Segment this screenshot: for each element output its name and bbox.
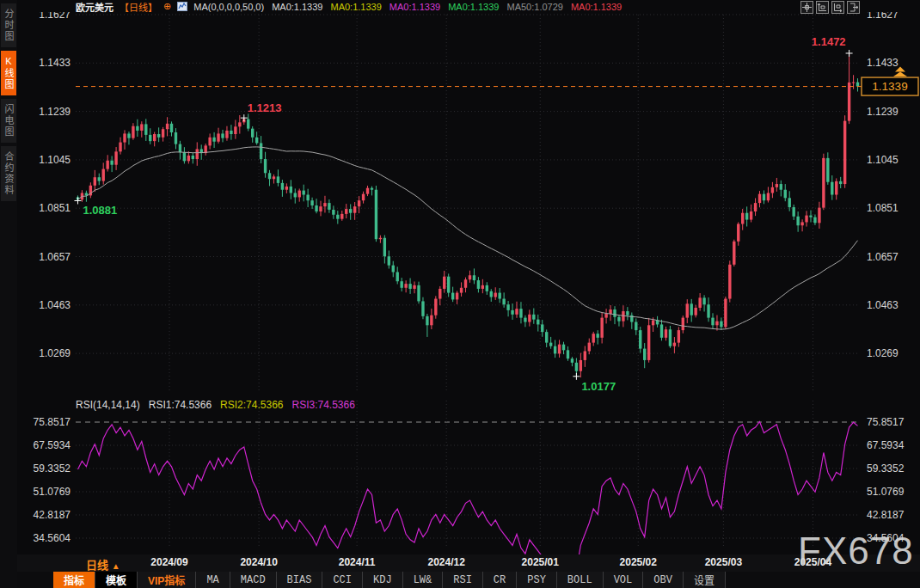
rsi-axis-label-left: 59.3352 xyxy=(34,462,71,475)
price-annotation: 1.0177 xyxy=(573,373,616,393)
current-price-tag[interactable]: 1.1339 xyxy=(862,77,918,95)
price-axis-label-left: 1.1433 xyxy=(39,57,71,69)
toolbar-item-1[interactable]: 指标 xyxy=(53,572,95,588)
x-axis-label: 2024/10 xyxy=(231,556,286,568)
svg-text:1.1339: 1.1339 xyxy=(872,80,907,93)
toolbar-item-6[interactable]: BIAS xyxy=(276,572,322,588)
rsi-value-label: RSI1:74.5366 xyxy=(149,399,212,411)
sidebar-tab-1[interactable]: 分时图 xyxy=(1,3,16,47)
rsi-axis-label-left: 75.8517 xyxy=(34,416,71,428)
ma-value-label: MA0:1.1339 xyxy=(330,2,381,12)
left-sidebar: 分时图K线图闪电图合约资料 xyxy=(0,0,17,588)
x-axis-label: 2024/09 xyxy=(142,556,197,568)
toolbar-item-5[interactable]: MACD xyxy=(230,572,276,588)
interval-selector[interactable]: 日线 ▲ xyxy=(86,556,120,573)
toolbar-item-2[interactable]: 模板 xyxy=(95,572,137,588)
toolbar-item-7[interactable]: CCI xyxy=(322,572,362,588)
ma-value-label: MA(0,0,0,0,50,0) xyxy=(193,2,264,12)
rsi-axis-label-right: 51.0769 xyxy=(867,486,905,498)
toolbar-item-15[interactable]: OBV xyxy=(642,572,683,588)
rsi-axis-label-left: 34.5604 xyxy=(34,532,71,544)
toolbar-item-10[interactable]: RSI xyxy=(442,572,482,588)
price-axis-label-right: 1.0463 xyxy=(867,299,899,311)
ma-value-label: MA50:1.0729 xyxy=(506,2,562,12)
price-annotation: 1.0881 xyxy=(74,197,117,217)
rsi-axis-label-right: 67.5934 xyxy=(867,439,905,451)
candles-layer xyxy=(77,53,859,377)
interval-label: 【日线】 xyxy=(120,0,157,14)
toolbar-item-9[interactable]: LW& xyxy=(402,572,443,588)
ma-value-label: MA0:1.1339 xyxy=(571,2,622,12)
crosshair-icon[interactable] xyxy=(800,1,813,14)
time-axis: 2024/092024/102024/112024/122025/012025/… xyxy=(17,554,920,572)
rsi-indicator-values: RSI(14,14,14)RSI1:74.5366RSI2:74.5366RSI… xyxy=(76,399,364,411)
chart-application-window: 分时图K线图闪电图合约资料 欧元美元 【日线】 ⊕ MA(0,0,0,0,50,… xyxy=(0,0,920,588)
symbol-name: 欧元美元 xyxy=(76,0,113,14)
mini-chart-icon[interactable] xyxy=(177,2,187,11)
chevron-up-icon: ▲ xyxy=(112,561,120,571)
x-axis-label: 2024/12 xyxy=(419,556,474,568)
svg-text:1.1213: 1.1213 xyxy=(248,101,282,114)
rsi-axis-label-right: 34.5604 xyxy=(867,532,905,544)
sidebar-tab-3[interactable]: 闪电图 xyxy=(1,99,16,143)
price-annotation: 1.1213 xyxy=(241,101,282,121)
price-axis-label-left: 1.0463 xyxy=(39,299,71,311)
rsi-axis-label-right: 42.8187 xyxy=(867,509,905,521)
toolbar-item-11[interactable]: CR xyxy=(482,572,516,588)
price-axis-label-right: 1.1239 xyxy=(867,106,899,118)
toolbar-item-16[interactable]: 设置 xyxy=(683,572,726,588)
x-axis-label: 2025/04 xyxy=(785,556,840,568)
toolbar-item-12[interactable]: PSY xyxy=(516,572,556,588)
rsi-gridlines: 75.851775.851767.593467.593459.335259.33… xyxy=(34,401,905,547)
rsi-line xyxy=(78,422,858,555)
rsi-indicator-chart[interactable]: 75.851775.851767.593467.593459.335259.33… xyxy=(17,394,920,554)
rsi-axis-label-left: 67.5934 xyxy=(34,439,71,451)
chart-header-bar: 欧元美元 【日线】 ⊕ MA(0,0,0,0,50,0)MA0:1.1339MA… xyxy=(17,0,920,13)
price-axis-label-left: 1.0657 xyxy=(39,251,71,263)
zoom-y-axis-icon[interactable] xyxy=(816,1,829,14)
price-axis-label-right: 1.1433 xyxy=(867,57,899,69)
toolbar-item-8[interactable]: KDJ xyxy=(362,572,402,588)
rsi-value-label: RSI(14,14,14) xyxy=(76,399,140,411)
sidebar-tab-2[interactable]: K线图 xyxy=(1,51,16,95)
price-axis-label-left: 1.1627 xyxy=(39,12,71,21)
svg-text:1.0881: 1.0881 xyxy=(83,204,117,217)
price-axis-label-left: 1.1045 xyxy=(39,154,71,166)
x-axis-label: 2025/02 xyxy=(610,556,665,568)
price-axis-label-left: 1.0269 xyxy=(39,347,71,359)
price-annotation: 1.1472 xyxy=(812,35,853,57)
toolbar-item-4[interactable]: MA xyxy=(195,572,229,588)
price-axis-label-right: 1.0657 xyxy=(867,251,899,263)
indicator-toolbar: 指标模板VIP指标MAMACDBIASCCIKDJLW&RSICRPSYBOLL… xyxy=(17,572,920,588)
price-axis-label-left: 1.0851 xyxy=(39,202,71,214)
zoom-x-axis-icon[interactable] xyxy=(831,1,844,14)
toolbar-item-13[interactable]: BOLL xyxy=(556,572,603,588)
ma-value-label: MA0:1.1339 xyxy=(389,2,440,12)
main-candlestick-chart[interactable]: 1.16271.16271.14331.14331.12391.12391.10… xyxy=(17,12,920,394)
rsi-axis-label-left: 51.0769 xyxy=(34,486,71,498)
x-axis-label: 2025/03 xyxy=(696,556,751,568)
x-axis-label: 2024/11 xyxy=(329,556,384,568)
price-axis-label-right: 1.0851 xyxy=(867,202,899,214)
sidebar-tab-4[interactable]: 合约资料 xyxy=(1,146,16,201)
toolbar-item-3[interactable]: VIP指标 xyxy=(137,572,195,588)
ma-indicator-values: MA(0,0,0,0,50,0)MA0:1.1339MA0:1.1339MA0:… xyxy=(193,2,629,12)
ma-value-label: MA0:1.1339 xyxy=(272,2,322,12)
rsi-axis-label-left: 42.8187 xyxy=(34,509,71,521)
svg-text:1.0177: 1.0177 xyxy=(581,380,616,393)
rsi-axis-label-right: 75.8517 xyxy=(867,416,905,428)
svg-text:1.1472: 1.1472 xyxy=(812,35,846,48)
rsi-value-label: RSI2:74.5366 xyxy=(220,399,283,411)
price-axis-label-right: 1.1627 xyxy=(867,12,899,21)
ma50-line xyxy=(78,147,858,329)
chart-window-icons xyxy=(800,1,860,14)
price-axis-label-right: 1.0269 xyxy=(867,347,899,359)
rsi-value-label: RSI3:74.5366 xyxy=(292,399,355,411)
price-axis-label-left: 1.1239 xyxy=(39,106,71,118)
interval-selector-label: 日线 xyxy=(86,559,108,572)
price-axis-label-right: 1.1045 xyxy=(867,154,899,166)
circle-plus-icon[interactable]: ⊕ xyxy=(163,1,171,12)
price-gridlines: 1.16271.16271.14331.14331.12391.12391.10… xyxy=(39,12,899,391)
exit-right-icon[interactable] xyxy=(847,1,860,14)
toolbar-item-14[interactable]: VOL xyxy=(603,572,643,588)
